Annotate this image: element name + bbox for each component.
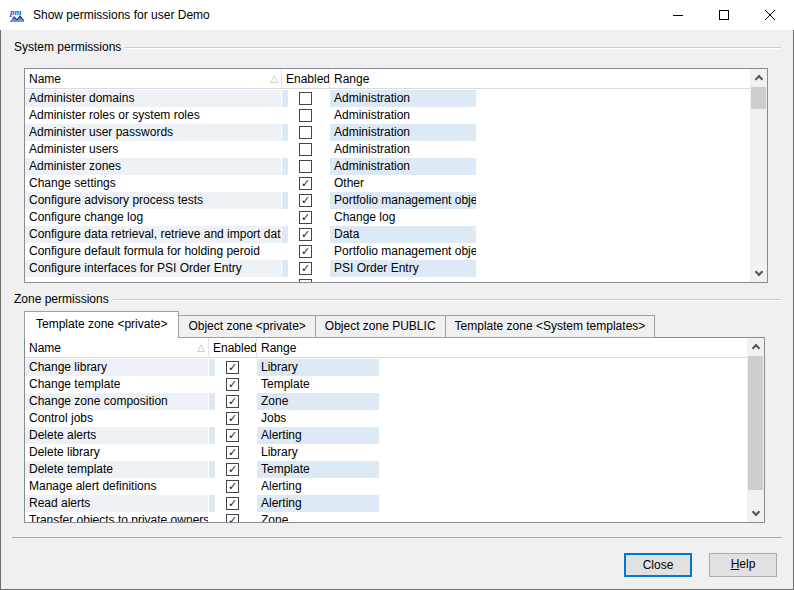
table-row[interactable]: Delete template✓Template [25,461,747,478]
permission-name-cell: Change zone composition [25,393,209,410]
permission-name-cell: Manage alert definitions [25,478,209,495]
checkbox-checked[interactable]: ✓ [226,395,239,408]
system-table-body: Administer domainsAdministrationAdminist… [25,90,750,282]
table-row[interactable]: Transfer objects to private ownership✓Zo… [25,512,747,522]
checkbox-unchecked[interactable] [299,109,312,122]
table-row[interactable]: Change template✓Template [25,376,747,393]
column-header-enabled[interactable]: Enabled [282,69,330,88]
checkbox-checked[interactable]: ✓ [226,412,239,425]
column-header-range[interactable]: Range [330,69,750,88]
checkbox-unchecked[interactable] [299,160,312,173]
checkbox-checked[interactable]: ✓ [226,361,239,374]
checkbox-checked[interactable]: ✓ [226,463,239,476]
checkbox-checked[interactable]: ✓ [299,279,312,282]
row-filler [380,495,747,512]
minimize-button[interactable] [655,0,701,30]
checkbox-unchecked[interactable] [299,143,312,156]
table-row[interactable]: Administer user passwordsAdministration [25,124,750,141]
table-row[interactable]: Configure default formula for holding pe… [25,243,750,260]
table-row[interactable]: ✓ [25,277,750,282]
enabled-cell [282,90,330,107]
vertical-scrollbar[interactable] [750,69,767,282]
table-row[interactable]: Configure advisory process tests✓Portfol… [25,192,750,209]
enabled-cell: ✓ [282,226,330,243]
permission-name-cell: Change template [25,376,209,393]
range-cell: Data [330,226,477,243]
table-row[interactable]: Control jobs✓Jobs [25,410,747,427]
table-row[interactable]: Change zone composition✓Zone [25,393,747,410]
column-header-range[interactable]: Range [257,338,747,357]
header-range-label: Range [334,72,369,86]
checkbox-checked[interactable]: ✓ [226,446,239,459]
range-cell: Portfolio management objects [330,243,477,260]
checkbox-checked[interactable]: ✓ [299,194,312,207]
permission-name-cell: Administer domains [25,90,282,107]
table-row[interactable]: Delete alerts✓Alerting [25,427,747,444]
checkbox-unchecked[interactable] [299,126,312,139]
permission-name-cell: Configure advisory process tests [25,192,282,209]
range-cell [330,277,477,282]
row-filler [477,90,750,107]
zone-table-header: Name △ Enabled Range [25,338,747,358]
header-range-label: Range [261,341,296,355]
scroll-down-button[interactable] [750,265,767,282]
table-row[interactable]: Configure change log✓Change log [25,209,750,226]
table-row[interactable]: Administer usersAdministration [25,141,750,158]
checkbox-unchecked[interactable] [299,92,312,105]
enabled-cell: ✓ [282,260,330,277]
scroll-down-button[interactable] [747,505,764,522]
checkbox-checked[interactable]: ✓ [299,228,312,241]
table-row[interactable]: Administer domainsAdministration [25,90,750,107]
table-row[interactable]: Delete library✓Library [25,444,747,461]
scrollbar-thumb[interactable] [748,356,763,490]
checkbox-checked[interactable]: ✓ [226,429,239,442]
checkbox-checked[interactable]: ✓ [226,480,239,493]
table-row[interactable]: Administer zonesAdministration [25,158,750,175]
enabled-cell: ✓ [209,410,257,427]
checkbox-checked[interactable]: ✓ [226,378,239,391]
enabled-cell: ✓ [209,376,257,393]
scroll-up-button[interactable] [750,69,767,86]
table-row[interactable]: Configure data retrieval, retrieve and i… [25,226,750,243]
column-header-name[interactable]: Name △ [25,69,282,88]
sort-ascending-icon: △ [197,342,205,353]
close-icon [765,10,775,20]
close-button[interactable]: Close [624,553,692,577]
scrollbar-thumb[interactable] [751,87,766,109]
scroll-up-button[interactable] [747,338,764,355]
row-filler [380,359,747,376]
checkbox-checked[interactable]: ✓ [299,245,312,258]
table-row[interactable]: Manage alert definitions✓Alerting [25,478,747,495]
table-row[interactable]: Change library✓Library [25,359,747,376]
zone-tab[interactable]: Template zone <private> [24,311,179,338]
zone-tab[interactable]: Object zone PUBLIC [315,315,446,338]
permission-name-cell: Change library [25,359,209,376]
enabled-cell [282,107,330,124]
close-window-button[interactable] [747,0,793,30]
title-bar[interactable]: pm Show permissions for user Demo [0,0,794,30]
table-row[interactable]: Administer roles or system rolesAdminist… [25,107,750,124]
enabled-cell: ✓ [282,277,330,282]
checkbox-checked[interactable]: ✓ [226,497,239,510]
enabled-cell: ✓ [209,461,257,478]
maximize-button[interactable] [701,0,747,30]
column-header-enabled[interactable]: Enabled [209,338,257,357]
range-cell: Alerting [257,427,380,444]
table-row[interactable]: Configure interfaces for PSI Order Entry… [25,260,750,277]
zone-tab[interactable]: Object zone <private> [178,315,315,338]
system-permissions-table: Name △ Enabled Range Administer domainsA… [24,68,768,283]
row-filler [380,478,747,495]
range-cell: Library [257,444,380,461]
zone-tab[interactable]: Template zone <System templates> [445,315,656,338]
checkbox-checked[interactable]: ✓ [299,177,312,190]
checkbox-checked[interactable]: ✓ [299,211,312,224]
table-row[interactable]: Change settings✓Other [25,175,750,192]
help-button[interactable]: Help [709,553,777,577]
column-header-name[interactable]: Name △ [25,338,209,357]
checkbox-checked[interactable]: ✓ [299,262,312,275]
table-row[interactable]: Read alerts✓Alerting [25,495,747,512]
range-cell: PSI Order Entry [330,260,477,277]
checkbox-checked[interactable]: ✓ [226,514,239,522]
row-filler [477,175,750,192]
vertical-scrollbar[interactable] [747,338,764,522]
